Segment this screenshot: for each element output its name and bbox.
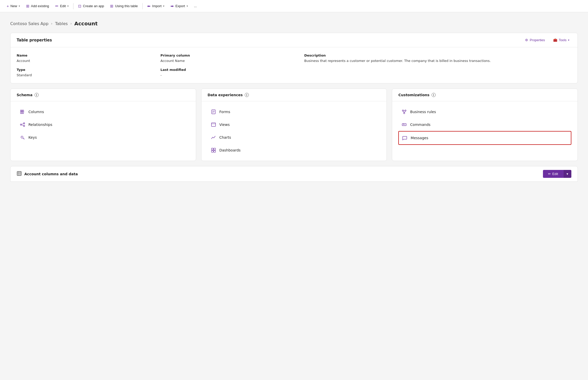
edit-toolbar-button[interactable]: ✏ Edit ▾ <box>53 2 71 10</box>
svg-line-7 <box>22 125 24 126</box>
tools-chevron-icon: ▾ <box>568 39 569 41</box>
data-experiences-title: Data experiences <box>208 93 243 97</box>
bottom-bar-title-text: Account columns and data <box>24 172 78 176</box>
edit-pencil-icon: ✏ <box>55 4 59 8</box>
business-rules-icon <box>401 109 407 115</box>
relationships-label: Relationships <box>28 123 52 127</box>
customizations-info-icon[interactable]: i <box>432 93 436 97</box>
messages-label: Messages <box>411 136 428 140</box>
keys-icon <box>20 135 25 140</box>
commands-icon <box>401 122 407 127</box>
views-item[interactable]: Views <box>208 118 381 131</box>
primary-col-label: Primary column <box>161 53 294 57</box>
svg-rect-28 <box>17 171 21 176</box>
add-existing-button[interactable]: ⊞ Add existing <box>24 2 52 10</box>
name-value: Account <box>17 59 150 63</box>
gear-icon: ⚙ <box>525 38 528 42</box>
svg-rect-18 <box>214 150 216 152</box>
data-experiences-card: Data experiences i Forms <box>201 89 387 161</box>
table-properties-header: Table properties ⚙ Properties 🧰 Tools ▾ <box>10 33 578 47</box>
table-properties-card: Table properties ⚙ Properties 🧰 Tools ▾ … <box>10 33 578 83</box>
forms-item[interactable]: Forms <box>208 105 381 118</box>
create-app-button[interactable]: ⊡ Create an app <box>76 2 106 10</box>
dashboards-item[interactable]: Dashboards <box>208 144 381 157</box>
description-value: Business that represents a customer or p… <box>304 59 572 63</box>
breadcrumb-current: Account <box>74 20 98 27</box>
dashboards-icon <box>211 147 216 153</box>
forms-label: Forms <box>219 110 230 114</box>
edit-dropdown-icon: ▾ <box>566 172 568 176</box>
toolbar-divider-1 <box>73 3 73 9</box>
import-label: Import <box>152 4 162 8</box>
keys-item[interactable]: Keys <box>17 131 190 144</box>
props-col-3: Description Business that represents a c… <box>304 53 572 77</box>
more-button[interactable]: ... <box>191 3 199 9</box>
export-label: Export <box>175 4 185 8</box>
business-rules-label: Business rules <box>410 110 436 114</box>
new-button[interactable]: + New ▾ <box>4 2 23 10</box>
customizations-card: Customizations i Busi <box>392 89 578 161</box>
data-experiences-items: Forms Views <box>201 101 387 161</box>
columns-item[interactable]: abc Columns <box>17 105 190 118</box>
bottom-edit-chevron-button[interactable]: ▾ <box>563 170 571 178</box>
properties-label: Properties <box>530 38 545 42</box>
tools-button[interactable]: 🧰 Tools ▾ <box>551 37 571 43</box>
columns-label: Columns <box>28 110 44 114</box>
schema-info-icon[interactable]: i <box>35 93 39 97</box>
using-table-button[interactable]: ⊞ Using this table <box>108 2 140 10</box>
svg-text:abc: abc <box>21 110 24 113</box>
more-label: ... <box>194 4 197 8</box>
charts-item[interactable]: Charts <box>208 131 381 144</box>
customizations-items: Business rules Commands <box>392 101 578 149</box>
customizations-title: Customizations <box>398 93 429 97</box>
import-button[interactable]: ⬅ Import ▾ <box>145 2 167 10</box>
add-existing-icon: ⊞ <box>26 4 29 8</box>
commands-item[interactable]: Commands <box>398 118 571 131</box>
edit-label: Edit <box>60 4 66 8</box>
bottom-edit-button[interactable]: ✏ Edit <box>543 170 563 178</box>
description-label: Description <box>304 53 572 57</box>
breadcrumb-tables[interactable]: Tables <box>55 21 68 26</box>
relationships-icon <box>20 122 25 127</box>
breadcrumb-sep-1: › <box>51 21 52 26</box>
last-modified-value: - <box>161 73 294 77</box>
schema-card: Schema i abc Columns <box>10 89 196 161</box>
breadcrumb-app[interactable]: Contoso Sales App <box>10 21 48 26</box>
properties-button[interactable]: ⚙ Properties <box>523 37 547 43</box>
business-rules-item[interactable]: Business rules <box>398 105 571 118</box>
charts-icon <box>211 135 216 140</box>
keys-label: Keys <box>28 135 37 139</box>
export-button[interactable]: ➡ Export ▾ <box>168 2 190 10</box>
import-icon: ⬅ <box>147 4 151 8</box>
breadcrumb: Contoso Sales App › Tables › Account <box>10 20 578 27</box>
type-value: Standard <box>17 73 150 77</box>
commands-label: Commands <box>410 123 430 127</box>
svg-point-19 <box>402 110 404 111</box>
tools-label: Tools <box>559 38 566 42</box>
table-grid-icon <box>17 171 22 177</box>
bottom-bar: Account columns and data ✏ Edit ▾ <box>10 166 578 182</box>
data-experiences-info-icon[interactable]: i <box>245 93 249 97</box>
using-table-icon: ⊞ <box>110 4 113 8</box>
messages-item[interactable]: Messages <box>398 131 571 145</box>
plus-icon: + <box>7 4 9 8</box>
export-icon: ➡ <box>170 4 174 8</box>
svg-rect-13 <box>211 123 216 126</box>
svg-rect-16 <box>214 148 216 150</box>
svg-point-5 <box>24 125 25 127</box>
create-app-icon: ⊡ <box>78 4 81 8</box>
views-icon <box>211 122 216 127</box>
svg-line-24 <box>404 111 405 113</box>
edit-group: ✏ Edit ▾ <box>543 170 571 178</box>
toolbar: + New ▾ ⊞ Add existing ✏ Edit ▾ ⊡ Create… <box>0 0 588 12</box>
relationships-item[interactable]: Relationships <box>17 118 190 131</box>
props-col-2: Primary column Account Name Last modifie… <box>161 53 294 77</box>
add-existing-label: Add existing <box>31 4 49 8</box>
customizations-header: Customizations i <box>392 89 578 101</box>
views-label: Views <box>219 123 230 127</box>
props-col-1: Name Account Type Standard <box>17 53 150 77</box>
export-chevron-icon: ▾ <box>187 5 188 7</box>
svg-point-3 <box>20 124 22 125</box>
import-chevron-icon: ▾ <box>163 5 164 7</box>
using-table-label: Using this table <box>115 4 138 8</box>
